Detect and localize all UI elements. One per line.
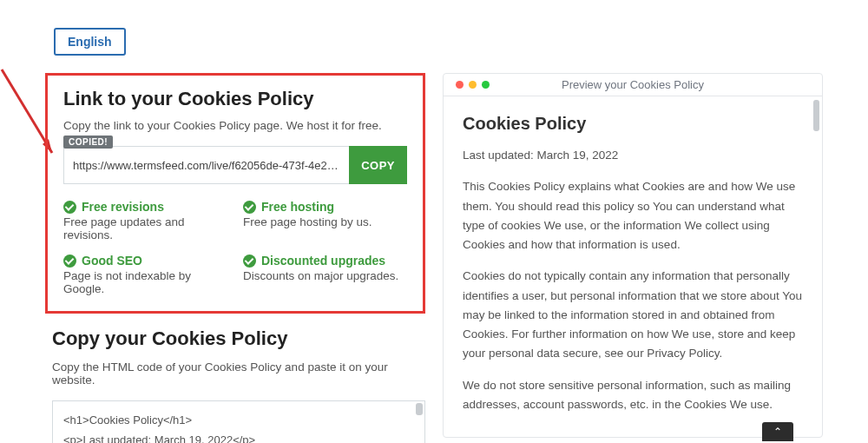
link-section-title: Link to your Cookies Policy <box>63 88 407 110</box>
check-icon <box>243 255 256 268</box>
preview-body[interactable]: Cookies Policy Last updated: March 19, 2… <box>444 96 822 437</box>
window-dot-max <box>482 81 490 89</box>
check-icon <box>63 201 76 214</box>
policy-url-input[interactable] <box>63 146 349 184</box>
link-section-desc: Copy the link to your Cookies Policy pag… <box>63 119 407 132</box>
copy-section-desc: Copy the HTML code of your Cookies Polic… <box>52 360 425 387</box>
feature-desc: Discounts on major upgrades. <box>243 269 407 282</box>
preview-paragraph: This Cookies Policy explains what Cookie… <box>463 177 803 255</box>
check-icon <box>243 201 256 214</box>
check-icon <box>63 255 76 268</box>
preview-paragraph: Cookies do not typically contain any inf… <box>463 267 803 363</box>
feature-title: Discounted upgrades <box>261 254 385 268</box>
feature-desc: Free page hosting by us. <box>243 215 407 228</box>
feature-free-hosting: Free hosting Free page hosting by us. <box>243 200 407 241</box>
feature-desc: Free page updates and revisions. <box>63 215 227 241</box>
html-code-box[interactable]: <h1>Cookies Policy</h1> <p>Last updated:… <box>52 400 425 443</box>
preview-paragraph: We do not store sensitive personal infor… <box>463 376 803 415</box>
feature-good-seo: Good SEO Page is not indexable by Google… <box>63 254 227 295</box>
feature-desc: Page is not indexable by Google. <box>63 269 227 295</box>
feature-title: Free hosting <box>261 200 334 214</box>
scrollbar[interactable] <box>813 100 819 131</box>
feature-title: Free revisions <box>82 200 164 214</box>
preview-panel: Preview your Cookies Policy Cookies Poli… <box>443 73 823 438</box>
html-line: <h1>Cookies Policy</h1> <box>63 410 414 430</box>
copy-html-section: Copy your Cookies Policy Copy the HTML c… <box>45 314 425 443</box>
scrollbar[interactable] <box>416 403 423 415</box>
language-selector[interactable]: English <box>54 28 126 56</box>
html-line: <p>Last updated: March 19, 2022</p> <box>63 430 414 443</box>
preview-heading: Cookies Policy <box>463 114 803 134</box>
feature-discounted-upgrades: Discounted upgrades Discounts on major u… <box>243 254 407 295</box>
preview-header-title: Preview your Cookies Policy <box>444 78 822 91</box>
feature-free-revisions: Free revisions Free page updates and rev… <box>63 200 227 241</box>
window-dot-min <box>469 81 477 89</box>
copy-url-row: COPIED! COPY <box>63 146 407 184</box>
chevron-up-icon: ⌃ <box>773 426 782 438</box>
link-to-policy-card: Link to your Cookies Policy Copy the lin… <box>45 73 425 314</box>
copy-button[interactable]: COPY <box>349 146 407 184</box>
preview-updated: Last updated: March 19, 2022 <box>463 146 803 165</box>
window-dot-close <box>456 81 464 89</box>
copy-section-title: Copy your Cookies Policy <box>52 327 425 350</box>
feature-title: Good SEO <box>82 254 142 268</box>
copied-badge: COPIED! <box>63 136 113 149</box>
preview-header: Preview your Cookies Policy <box>444 74 822 96</box>
back-to-top-button[interactable]: ⌃ <box>762 422 793 441</box>
